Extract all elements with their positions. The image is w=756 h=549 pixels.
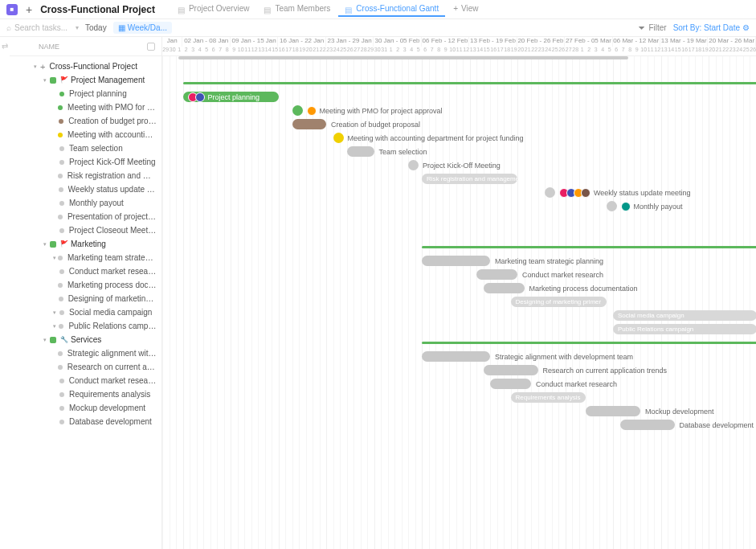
tree-group[interactable]: ▾🚩Project Management bbox=[10, 73, 161, 87]
timeline-day: 10 bbox=[449, 47, 456, 56]
tree-task[interactable]: Meeting with accounting depart... bbox=[10, 128, 161, 141]
gantt-bar[interactable] bbox=[422, 256, 490, 266]
view-tab-2[interactable]: ▤Cross-Functional Gantt bbox=[338, 2, 445, 17]
gantt-bar[interactable] bbox=[292, 119, 327, 129]
tree-task[interactable]: Conduct market research bbox=[10, 374, 161, 387]
timeline-day: 23 bbox=[729, 47, 737, 56]
tree-task[interactable]: ▾Public Relations campaign bbox=[10, 319, 161, 333]
timeline-day: 25 bbox=[340, 47, 347, 56]
timeline-day: 20 bbox=[517, 47, 525, 56]
today-button[interactable]: Today bbox=[85, 23, 107, 32]
timeline-day: 17 bbox=[497, 47, 505, 56]
tree-task[interactable]: Project Closeout Meeting bbox=[10, 223, 161, 237]
tree-group[interactable]: ▾🚩Marketing bbox=[10, 237, 161, 251]
gantt-scrollbar[interactable] bbox=[178, 56, 628, 59]
gantt-bar[interactable]: Social media campaign bbox=[613, 310, 756, 321]
tree-item-label: Monthly payout bbox=[69, 199, 124, 207]
sort-button[interactable]: Sort By: Start Date ⚙ bbox=[673, 23, 750, 32]
add-view-tab[interactable]: +View bbox=[447, 2, 484, 17]
tree-task[interactable]: Risk registration and management bbox=[10, 169, 161, 182]
view-tab-1[interactable]: ▤Team Members bbox=[257, 2, 337, 17]
timeline-day: 19 bbox=[702, 47, 709, 56]
gantt-bar[interactable] bbox=[484, 283, 525, 293]
gantt-bar[interactable] bbox=[347, 146, 374, 157]
gantt-summary-bar[interactable] bbox=[422, 246, 756, 248]
gantt-bar[interactable] bbox=[490, 379, 531, 389]
tree-item-label: Project Kick-Off Meeting bbox=[69, 158, 156, 166]
search-input[interactable]: ⌕ Search tasks... ▾ bbox=[6, 23, 79, 32]
period-selector[interactable]: ▦ Week/Da... bbox=[113, 22, 172, 34]
timeline-day: 4 bbox=[408, 47, 415, 56]
tree-task[interactable]: Project planning bbox=[10, 87, 161, 100]
gantt-bar-label: Database development bbox=[680, 420, 754, 430]
tree-task[interactable]: Database development bbox=[10, 415, 161, 428]
tree-task[interactable]: Conduct market research bbox=[10, 264, 161, 278]
gantt-bar-label: Public Relations campaign bbox=[613, 326, 698, 333]
tab-label: Team Members bbox=[275, 4, 330, 13]
tree-task[interactable]: Weekly status update meeting bbox=[10, 182, 161, 196]
timeline-day: 18 bbox=[292, 47, 300, 56]
tree-item-label: Strategic alignment with develop... bbox=[67, 349, 157, 358]
tree-group[interactable]: ▾🔧Services bbox=[10, 333, 161, 346]
timeline-day: 9 bbox=[231, 47, 238, 56]
gantt-bar[interactable]: Risk registration and management bbox=[422, 174, 517, 184]
gantt-milestone[interactable] bbox=[408, 160, 419, 170]
gantt-bar-label: Meeting with PMO for project approval bbox=[307, 105, 443, 116]
add-icon[interactable]: + bbox=[26, 3, 32, 16]
wrench-icon: 🔧 bbox=[60, 336, 68, 343]
caret-icon[interactable]: ▾ bbox=[34, 64, 40, 70]
tree-task[interactable]: Project Kick-Off Meeting bbox=[10, 155, 161, 169]
gantt-body[interactable]: Project planningMeeting with PMO for pro… bbox=[162, 56, 756, 549]
gantt-bar[interactable]: Public Relations campaign bbox=[613, 324, 756, 334]
gantt-bar[interactable]: Requirements analysis bbox=[511, 392, 586, 403]
gantt-milestone[interactable] bbox=[292, 105, 303, 116]
gantt-bar[interactable]: Project planning bbox=[183, 92, 279, 102]
timeline-day: 8 bbox=[435, 47, 443, 56]
tree-task[interactable]: Mockup development bbox=[10, 401, 161, 415]
gantt-milestone[interactable] bbox=[607, 201, 617, 211]
tree-task[interactable]: Research on current application ... bbox=[10, 360, 161, 374]
timeline-day: 22 bbox=[531, 47, 538, 56]
tree-task[interactable]: Monthly payout bbox=[10, 196, 161, 210]
gantt-bar[interactable] bbox=[422, 351, 490, 362]
tree-task[interactable]: ▾Social media campaign bbox=[10, 305, 161, 319]
gantt-bar[interactable] bbox=[620, 420, 675, 430]
timeline-day: 15 bbox=[675, 47, 682, 56]
caret-icon[interactable]: ▾ bbox=[53, 323, 59, 330]
sidebar-collapse[interactable]: ⇄ bbox=[0, 37, 10, 549]
add-column-icon[interactable] bbox=[147, 43, 155, 51]
caret-icon[interactable]: ▾ bbox=[53, 309, 59, 316]
gantt-summary-bar[interactable] bbox=[183, 82, 757, 84]
tree-root[interactable]: ▾+Cross-Functional Project bbox=[10, 59, 161, 73]
gantt-bar[interactable] bbox=[476, 269, 517, 280]
workspace-icon[interactable]: ■ bbox=[6, 4, 18, 15]
timeline-day: 27 bbox=[353, 47, 361, 56]
tree-task[interactable]: Meeting with PMO for project a... bbox=[10, 100, 161, 114]
caret-icon[interactable]: ▾ bbox=[43, 337, 50, 343]
gantt-chart[interactable]: Jan02 Jan - 08 Jan09 Jan - 15 Jan16 Jan … bbox=[162, 37, 756, 549]
gantt-bar[interactable]: Designing of marketing primer bbox=[511, 297, 607, 307]
tree-item-label: Conduct market research bbox=[69, 376, 157, 385]
tree-task[interactable]: Team selection bbox=[10, 141, 161, 155]
tree-task[interactable]: Marketing process documentation bbox=[10, 278, 161, 292]
tree-task[interactable]: Creation of budget proposal bbox=[10, 114, 161, 128]
gantt-milestone[interactable] bbox=[545, 187, 555, 198]
filter-button[interactable]: ⏷ Filter bbox=[638, 23, 666, 32]
caret-icon[interactable]: ▾ bbox=[43, 241, 50, 248]
tree-task[interactable]: ▾Marketing team strategic planning bbox=[10, 251, 161, 264]
tree-task[interactable]: Requirements analysis bbox=[10, 387, 161, 401]
gantt-bar[interactable] bbox=[586, 406, 640, 416]
caret-icon[interactable]: ▾ bbox=[43, 77, 50, 84]
gantt-summary-bar[interactable] bbox=[422, 342, 756, 344]
tree-task[interactable]: Presentation of project status re... bbox=[10, 210, 161, 223]
gantt-bar[interactable] bbox=[484, 365, 538, 375]
view-icon: ▤ bbox=[264, 6, 272, 12]
tree-task[interactable]: Strategic alignment with develop... bbox=[10, 346, 161, 360]
timeline-month: 06 Feb - 12 Feb bbox=[422, 37, 469, 47]
timeline-day: 29 bbox=[367, 47, 374, 56]
gantt-milestone[interactable] bbox=[333, 133, 344, 143]
timeline-day: 15 bbox=[272, 47, 279, 56]
gantt-bar-label: Marketing team strategic planning bbox=[495, 256, 603, 266]
tree-task[interactable]: Designing of marketing primer bbox=[10, 292, 161, 305]
view-tab-0[interactable]: ▤Project Overview bbox=[171, 2, 256, 17]
